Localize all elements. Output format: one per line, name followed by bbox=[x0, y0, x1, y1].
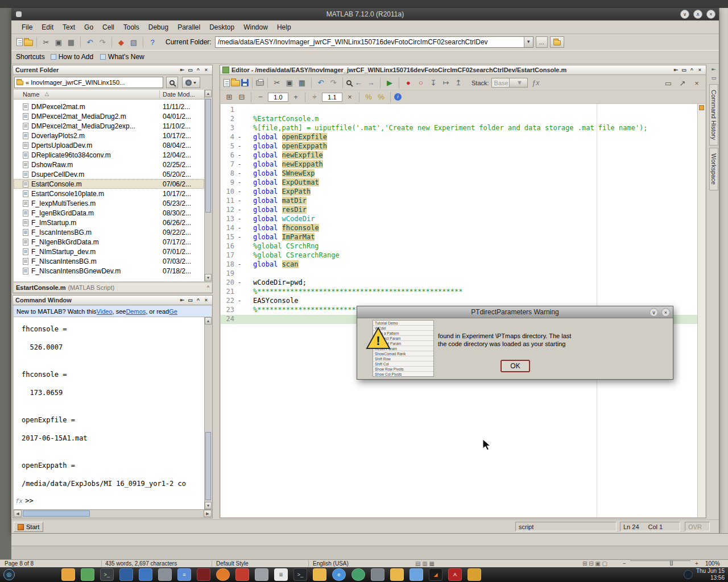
menu-desktop[interactable]: Desktop bbox=[205, 22, 239, 33]
insert-cell-below-icon[interactable]: ⊟ bbox=[236, 92, 247, 103]
print-icon[interactable] bbox=[256, 80, 264, 86]
command-window-scrollbar[interactable]: ▲ ▼ bbox=[204, 317, 212, 509]
command-window-hscrollbar[interactable]: ◀ ▶ bbox=[14, 509, 212, 517]
scroll-up-icon[interactable]: ▲ bbox=[205, 317, 212, 325]
save-icon[interactable] bbox=[241, 79, 249, 86]
copy-icon[interactable]: ▣ bbox=[284, 77, 295, 89]
getting-started-link[interactable]: Ge bbox=[169, 308, 177, 315]
menu-file[interactable]: File bbox=[17, 22, 37, 33]
dock-icon[interactable]: ⇤ bbox=[672, 66, 680, 74]
help-icon[interactable]: ? bbox=[147, 36, 158, 48]
code-line[interactable]: 11-global matDir bbox=[221, 197, 697, 206]
editor-header[interactable]: Editor - /media/data/EASY/InovImager_jwr… bbox=[220, 65, 706, 75]
close-icon[interactable]: × bbox=[202, 66, 210, 74]
code-line[interactable]: 4-global openExpfile bbox=[221, 133, 697, 142]
divide-value-icon[interactable]: ÷ bbox=[309, 92, 320, 103]
code-line[interactable]: 14-global fhconsole bbox=[221, 224, 697, 233]
app-software-center-icon[interactable] bbox=[81, 568, 94, 581]
evaluate-advance-icon[interactable]: % bbox=[375, 92, 387, 103]
app-terminal-icon[interactable]: >_ bbox=[100, 568, 114, 581]
paste-icon[interactable]: ▦ bbox=[296, 77, 308, 89]
copy-icon[interactable]: ▣ bbox=[53, 36, 64, 48]
stack-combo[interactable]: Base ▼ bbox=[491, 78, 528, 88]
minimize-icon[interactable]: ▭ bbox=[680, 66, 688, 74]
scrollbar-thumb[interactable] bbox=[205, 432, 211, 500]
code-line[interactable]: 2%EstartConsole.m bbox=[221, 115, 697, 124]
scroll-down-icon[interactable]: ▼ bbox=[205, 274, 212, 281]
taskbar-menu-icon[interactable]: ◎ bbox=[3, 569, 15, 580]
menu-text[interactable]: Text bbox=[58, 22, 80, 33]
code-line[interactable]: 18-global scan bbox=[221, 260, 697, 269]
code-line[interactable]: 12-global resDir bbox=[221, 206, 697, 215]
scroll-down-icon[interactable]: ▼ bbox=[205, 502, 212, 509]
search-button[interactable] bbox=[166, 77, 178, 88]
scroll-left-icon[interactable]: ◀ bbox=[14, 510, 22, 517]
open-file-icon[interactable] bbox=[24, 40, 33, 46]
close-button[interactable]: × bbox=[706, 10, 715, 19]
evaluate-cell-icon[interactable]: % bbox=[363, 92, 374, 103]
minimize-icon[interactable]: ▭ bbox=[710, 74, 718, 82]
current-folder-header[interactable]: Current Folder ⇤▭^× bbox=[13, 65, 212, 75]
redo-icon[interactable]: ↷ bbox=[97, 36, 108, 48]
file-row[interactable]: F_IscanIntensBG.m09/22/2... bbox=[14, 227, 204, 237]
app-package-icon[interactable] bbox=[235, 568, 249, 581]
file-row[interactable]: EstartConsole10plate.m10/17/2... bbox=[14, 189, 204, 198]
file-row[interactable]: DsuperCellDev.m05/20/2... bbox=[14, 169, 204, 179]
guide-icon[interactable]: ▧ bbox=[128, 36, 139, 48]
app-folder2-icon[interactable] bbox=[390, 568, 404, 581]
app-matlab-icon[interactable]: ◢ bbox=[429, 568, 442, 581]
maximize-button[interactable]: ∧ bbox=[693, 10, 702, 19]
file-row[interactable]: DMPexcel2mat_MediaDrug2exp...11/10/2... bbox=[14, 121, 204, 131]
new-file-icon[interactable] bbox=[224, 79, 230, 87]
function-hints-icon[interactable]: fx bbox=[15, 497, 23, 505]
file-list-scrollbar[interactable]: ▲ ▼ bbox=[204, 90, 212, 281]
close-editor-icon[interactable]: × bbox=[691, 77, 702, 89]
multiply-value-icon[interactable]: × bbox=[344, 92, 355, 103]
code-line[interactable]: 15-global ImParMat bbox=[221, 233, 697, 242]
maximize-icon[interactable]: ^ bbox=[688, 66, 696, 74]
zoom-in-icon[interactable]: + bbox=[695, 560, 698, 567]
info-icon[interactable]: i bbox=[394, 93, 402, 101]
dialog-shade-button[interactable]: ∨ bbox=[650, 308, 658, 317]
file-row[interactable]: EstartConsole.m07/06/2... bbox=[14, 179, 204, 189]
step-out-icon[interactable]: ↥ bbox=[453, 77, 464, 89]
app-settings-icon[interactable] bbox=[139, 568, 152, 581]
find-icon[interactable] bbox=[346, 80, 351, 85]
app-console-icon[interactable]: >_ bbox=[293, 568, 307, 581]
file-row[interactable]: F_IgenBkGrdData.m08/30/2... bbox=[14, 208, 204, 218]
editor-layout-button[interactable]: ▭ bbox=[663, 77, 674, 89]
clock-area[interactable]: Thu Jun 15 13:56 bbox=[684, 568, 725, 581]
code-line[interactable]: 13-global wCodeDir bbox=[221, 215, 697, 224]
code-line[interactable]: 20-wCodeDir=pwd; bbox=[221, 278, 697, 288]
forward-icon[interactable]: → bbox=[365, 77, 377, 89]
app-folder-icon[interactable] bbox=[313, 568, 326, 581]
file-row[interactable]: DshowRaw.m02/25/2... bbox=[14, 160, 204, 169]
view-layout-icons[interactable]: ⊞ ⊟ ▣ ▢ bbox=[582, 560, 607, 567]
actions-button[interactable]: ▼ bbox=[182, 77, 200, 88]
code-line[interactable]: 16%global CSrchRng bbox=[221, 242, 697, 251]
shade-button[interactable]: ∨ bbox=[680, 10, 689, 19]
menu-edit[interactable]: Edit bbox=[37, 22, 58, 33]
language-selector[interactable]: English (USA) bbox=[313, 560, 349, 567]
tab-workspace[interactable]: Workspace bbox=[709, 148, 718, 190]
page-style[interactable]: Default Style bbox=[216, 560, 249, 567]
maximize-icon[interactable]: ^ bbox=[195, 297, 202, 304]
code-line[interactable]: 21%*************************************… bbox=[221, 288, 697, 297]
code-line[interactable]: 7-global newExppath bbox=[221, 160, 697, 169]
code-line[interactable]: 9-global ExpOutmat bbox=[221, 178, 697, 188]
tab-command-history[interactable]: Command History bbox=[709, 84, 718, 146]
step-in-icon[interactable]: ↦ bbox=[440, 77, 452, 89]
step-icon[interactable]: ↧ bbox=[428, 77, 439, 89]
code-line[interactable]: 8-global SWnewExp bbox=[221, 169, 697, 178]
code-line[interactable]: 1 bbox=[221, 106, 697, 115]
browse-folder-button[interactable]: ... bbox=[536, 36, 548, 48]
minimize-icon[interactable]: ▭ bbox=[187, 66, 194, 74]
hscrollbar-thumb[interactable] bbox=[23, 510, 90, 517]
scroll-right-icon[interactable]: ▶ bbox=[204, 510, 212, 517]
scrollbar-thumb[interactable] bbox=[205, 99, 211, 213]
app-document-icon[interactable]: ≣ bbox=[274, 568, 288, 581]
code-line[interactable]: 3%[file,path] = uiputfile('.mat','Create… bbox=[221, 124, 697, 133]
file-details-bar[interactable]: EstartConsole.m (MATLAB Script) ^ bbox=[14, 282, 212, 292]
name-column-header[interactable]: Name bbox=[23, 91, 39, 98]
paste-icon[interactable]: ▦ bbox=[65, 36, 77, 48]
